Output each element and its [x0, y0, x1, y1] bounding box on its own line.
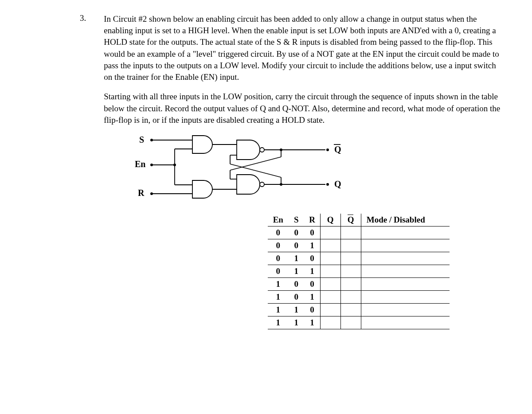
label-s: S: [139, 135, 144, 145]
svg-point-11: [260, 182, 264, 187]
svg-point-24: [280, 183, 282, 186]
dot-qbar-out: [326, 148, 329, 151]
label-q: Q: [334, 179, 341, 189]
table-row: 0 1 0: [268, 252, 450, 265]
dot-q-out: [326, 183, 329, 186]
table-body: 0 0 0 0 0 1: [268, 226, 450, 329]
th-r: R: [304, 214, 320, 227]
svg-point-10: [260, 148, 264, 152]
question-number: 3.: [22, 13, 86, 329]
table-row: 1 0 0: [268, 277, 450, 290]
label-en: En: [135, 159, 145, 169]
label-qbar: Q: [334, 145, 341, 154]
table-row: 0 1 1: [268, 265, 450, 277]
question-block: 3. In Circuit #2 shown below an enabling…: [22, 13, 510, 329]
paragraph-2: Starting with all three inputs in the LO…: [104, 91, 503, 126]
label-r: R: [138, 188, 145, 198]
paragraph-1: In Circuit #2 shown below an enabling ci…: [104, 13, 503, 83]
truth-table: En S R Q Q Mode / Disabled 0 0 0: [268, 214, 450, 329]
table-row: 1 1 0: [268, 303, 450, 316]
question-content: In Circuit #2 shown below an enabling ci…: [104, 13, 503, 329]
th-q: Q: [320, 214, 340, 227]
th-en: En: [268, 214, 288, 227]
table-row: 1 1 1: [268, 316, 450, 329]
table-row: 0 0 0: [268, 226, 450, 239]
table-header-row: En S R Q Q Mode / Disabled: [268, 214, 450, 227]
th-mode: Mode / Disabled: [361, 214, 450, 227]
nand-gate-top: [237, 140, 260, 160]
circuit-svg: S En R: [130, 134, 361, 209]
and-gate-top: [192, 136, 212, 153]
table-row: 0 0 1: [268, 239, 450, 252]
svg-point-21: [280, 148, 282, 151]
and-gate-bottom: [192, 180, 212, 198]
table-row: 1 0 1: [268, 290, 450, 303]
nand-gate-bottom: [237, 175, 260, 194]
circuit-diagram: S En R: [130, 134, 503, 209]
th-qbar: Q: [340, 214, 361, 227]
th-s: S: [288, 214, 304, 227]
truth-table-wrap: En S R Q Q Mode / Disabled 0 0 0: [268, 214, 503, 329]
